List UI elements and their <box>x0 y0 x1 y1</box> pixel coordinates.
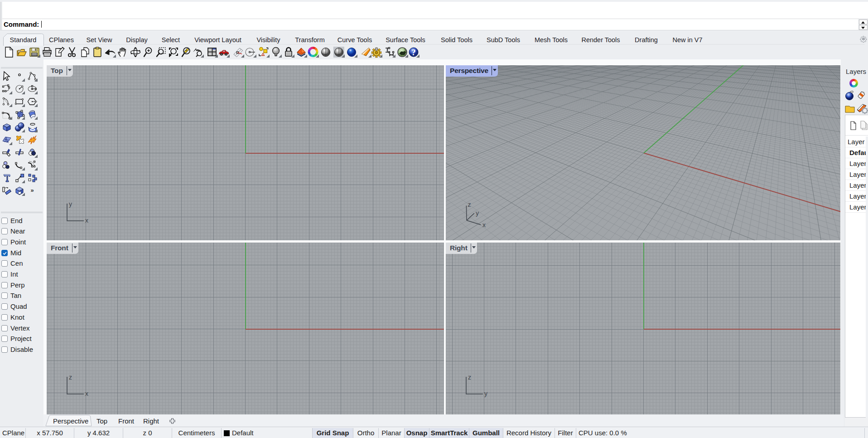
svg-text:y: y <box>69 200 72 208</box>
svg-text:?: ? <box>411 48 416 57</box>
svg-text:x: x <box>85 217 88 224</box>
svg-text:x: x <box>85 390 88 397</box>
svg-text:z: z <box>69 374 72 381</box>
svg-text:z: z <box>468 374 471 381</box>
svg-text:y: y <box>484 390 487 397</box>
svg-text:z: z <box>468 201 471 208</box>
svg-text:y: y <box>476 209 479 217</box>
svg-text:»: » <box>30 187 34 194</box>
svg-text:x: x <box>482 221 486 229</box>
